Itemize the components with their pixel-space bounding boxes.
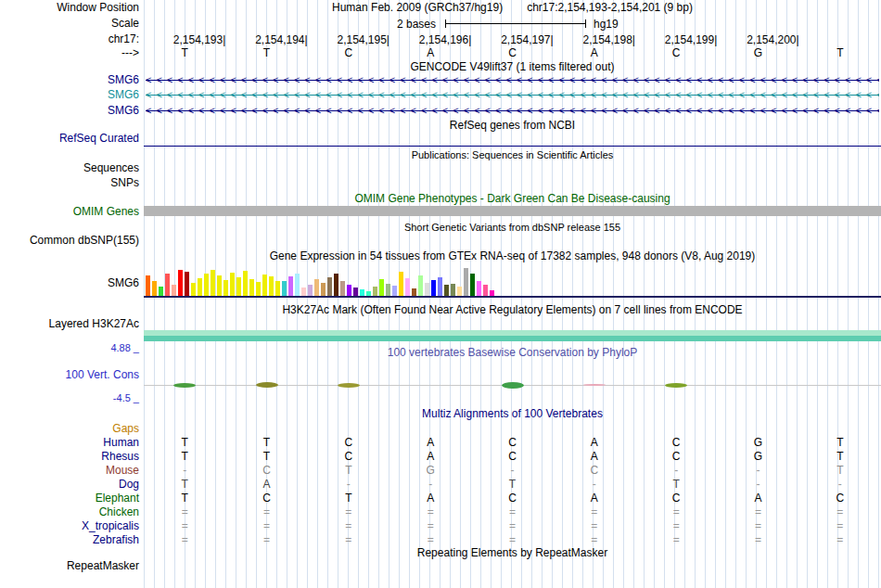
alignment-base[interactable]: A: [427, 450, 434, 464]
gtex-bar[interactable]: [457, 287, 462, 296]
gtex-bar[interactable]: [470, 274, 475, 296]
gtex-bar[interactable]: [152, 281, 157, 296]
track-title-conservation[interactable]: 100 vertebrates Basewise Conservation by…: [144, 347, 881, 359]
track-title-repeatmasker[interactable]: Repeating Elements by RepeatMasker: [144, 547, 881, 559]
alignment-base[interactable]: -: [674, 464, 678, 478]
gtex-bar[interactable]: [217, 275, 222, 296]
alignment-base[interactable]: -: [593, 478, 596, 492]
track-label-repeatmasker[interactable]: RepeatMasker: [0, 560, 139, 572]
track-title-refseq[interactable]: RefSeq genes from NCBI: [144, 120, 881, 132]
track-label-gtex-smg6[interactable]: SMG6: [0, 277, 139, 289]
gene-label-smg6-1[interactable]: SMG6: [0, 74, 139, 86]
alignment-base[interactable]: =: [591, 519, 597, 533]
species-label-x_tropicalis[interactable]: X_tropicalis: [0, 519, 139, 533]
alignment-base[interactable]: =: [836, 519, 843, 533]
h3k27ac-signal-bottom[interactable]: [144, 336, 881, 341]
alignment-base[interactable]: =: [263, 533, 270, 547]
gtex-bar[interactable]: [282, 281, 287, 296]
alignment-base[interactable]: T: [181, 436, 187, 450]
alignment-base[interactable]: =: [591, 505, 597, 519]
alignment-base[interactable]: A: [754, 492, 761, 505]
alignment-base[interactable]: G: [754, 450, 762, 464]
gtex-bar[interactable]: [340, 281, 345, 296]
alignment-base[interactable]: C: [590, 464, 598, 478]
gtex-bar[interactable]: [146, 275, 150, 296]
gtex-bar[interactable]: [425, 283, 429, 296]
alignment-base[interactable]: C: [344, 450, 352, 464]
track-label-common-dbsnp[interactable]: Common dbSNP(155): [0, 235, 139, 247]
alignment-base[interactable]: =: [182, 533, 188, 547]
gtex-bar[interactable]: [223, 280, 228, 296]
alignment-base[interactable]: =: [263, 505, 270, 519]
alignment-base[interactable]: -: [347, 478, 351, 492]
species-label-zebrafish[interactable]: Zebrafish: [0, 533, 139, 547]
alignment-base[interactable]: =: [509, 533, 516, 547]
track-title-omim[interactable]: OMIM Gene Phenotypes - Dark Green Can Be…: [144, 193, 881, 205]
gtex-bar[interactable]: [399, 272, 403, 296]
gtex-bar[interactable]: [288, 276, 293, 296]
alignment-base[interactable]: =: [755, 533, 761, 547]
species-label-gaps[interactable]: Gaps: [0, 422, 139, 436]
alignment-base[interactable]: =: [836, 505, 843, 519]
alignment-base[interactable]: C: [508, 450, 517, 464]
gene-label-smg6-3[interactable]: SMG6: [0, 105, 139, 117]
track-label-sequences[interactable]: Sequences: [0, 162, 139, 174]
alignment-base[interactable]: G: [754, 436, 762, 450]
alignment-base[interactable]: A: [262, 478, 270, 492]
alignment-base[interactable]: -: [183, 464, 186, 478]
conservation-blip[interactable]: [665, 383, 687, 388]
alignment-base[interactable]: A: [591, 492, 598, 505]
track-title-dbsnp[interactable]: Short Genetic Variants from dbSNP releas…: [144, 222, 881, 234]
gtex-bar[interactable]: [185, 272, 189, 296]
alignment-base[interactable]: -: [511, 464, 515, 478]
gtex-bar[interactable]: [405, 278, 410, 296]
gtex-bar[interactable]: [483, 285, 488, 296]
alignment-base[interactable]: C: [262, 464, 271, 478]
track-label-omim-genes[interactable]: OMIM Genes: [0, 206, 139, 218]
conservation-blip[interactable]: [338, 383, 360, 388]
track-label-h3k27ac[interactable]: Layered H3K27Ac: [0, 318, 139, 330]
alignment-base[interactable]: =: [755, 519, 761, 533]
alignment-base[interactable]: C: [508, 492, 517, 505]
alignment-base[interactable]: =: [755, 505, 761, 519]
alignment-base[interactable]: C: [344, 436, 352, 450]
alignment-base[interactable]: T: [181, 478, 187, 492]
gtex-bar[interactable]: [308, 285, 313, 296]
alignment-base[interactable]: T: [181, 492, 187, 505]
alignment-base[interactable]: =: [836, 533, 843, 547]
alignment-base[interactable]: T: [836, 436, 843, 450]
gtex-bar[interactable]: [418, 275, 423, 296]
gtex-bar[interactable]: [321, 283, 326, 296]
species-label-rhesus[interactable]: Rhesus: [0, 450, 139, 464]
alignment-base[interactable]: =: [428, 505, 434, 519]
alignment-base[interactable]: T: [509, 478, 516, 492]
gtex-bar[interactable]: [295, 274, 300, 296]
gtex-bar[interactable]: [230, 273, 235, 296]
species-label-human[interactable]: Human: [0, 436, 139, 450]
gtex-bar[interactable]: [204, 274, 209, 296]
species-label-elephant[interactable]: Elephant: [0, 492, 139, 505]
alignment-base[interactable]: T: [263, 436, 270, 450]
conservation-blip[interactable]: [173, 383, 196, 388]
gtex-bar[interactable]: [444, 285, 449, 296]
gtex-bar[interactable]: [159, 287, 163, 296]
gtex-bar[interactable]: [431, 280, 436, 296]
alignment-base[interactable]: =: [591, 533, 597, 547]
gene-smg6-transcript-3[interactable]: <<<<<<<<<<<<<<<<<<<<<<<<<<<<<<<<<<<<<<<<…: [146, 105, 879, 117]
gtex-bar[interactable]: [249, 279, 254, 296]
alignment-base[interactable]: C: [508, 436, 517, 450]
track-title-h3k27ac[interactable]: H3K27Ac Mark (Often Found Near Active Re…: [144, 304, 881, 316]
alignment-base[interactable]: =: [428, 519, 434, 533]
alignment-base[interactable]: T: [263, 450, 270, 464]
alignment-base[interactable]: T: [181, 450, 187, 464]
track-title-multiz[interactable]: Multiz Alignments of 100 Vertebrates: [144, 408, 881, 420]
gtex-bar[interactable]: [353, 288, 358, 296]
gtex-bar[interactable]: [379, 279, 384, 296]
alignment-base[interactable]: =: [182, 505, 188, 519]
alignment-base[interactable]: T: [345, 464, 351, 478]
gtex-bar[interactable]: [360, 289, 364, 296]
gtex-bar[interactable]: [477, 281, 481, 296]
track-title-publications[interactable]: Publications: Sequences in Scientific Ar…: [144, 149, 881, 161]
alignment-base[interactable]: A: [427, 436, 434, 450]
gtex-bar[interactable]: [412, 288, 416, 296]
